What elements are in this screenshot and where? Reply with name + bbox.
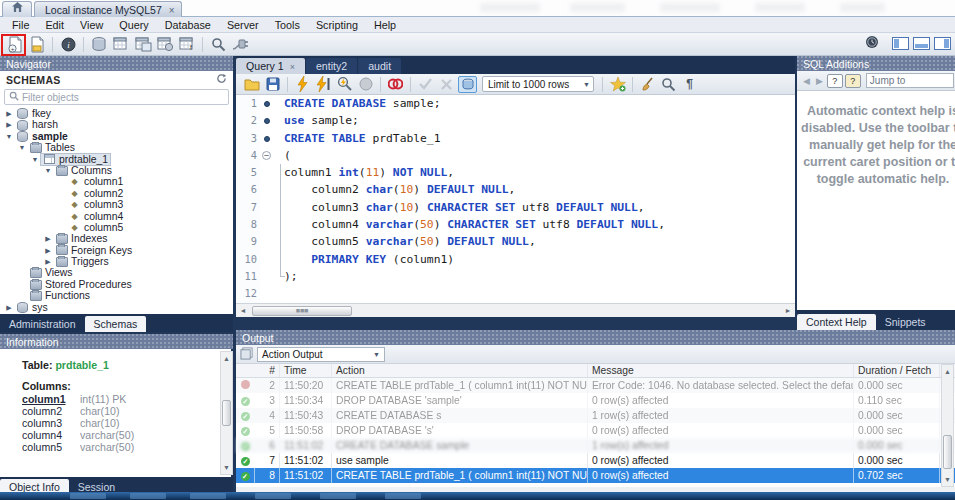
create-table-icon[interactable] (111, 35, 131, 53)
output-scrollbar[interactable]: ▲▼ (941, 364, 954, 487)
find-panel-icon[interactable] (659, 76, 678, 93)
create-view-icon[interactable] (133, 35, 153, 53)
windows-taskbar[interactable] (0, 492, 955, 500)
search-data-icon[interactable] (208, 35, 228, 53)
menu-view[interactable]: View (72, 18, 111, 32)
tree-item-triggers[interactable]: ▶Triggers (0, 256, 233, 267)
taskbar-app[interactable] (385, 493, 421, 499)
toggle-stop-on-error-icon[interactable] (386, 76, 405, 93)
commit-icon[interactable] (416, 76, 435, 93)
tree-item-foreign-keys[interactable]: ▶Foreign Keys (0, 245, 233, 256)
execute-icon[interactable] (293, 76, 312, 93)
sql-editor[interactable]: 1CREATE DATABASE sample;2use sample;3CRE… (236, 95, 795, 303)
new-snippet-icon[interactable] (608, 76, 627, 93)
refresh-schemas-icon[interactable] (216, 73, 227, 86)
tree-item-column5[interactable]: ◆column5 (0, 222, 233, 233)
tree-item-views[interactable]: Views (0, 267, 233, 278)
menu-query[interactable]: Query (111, 18, 156, 32)
output-row-6[interactable]: ✓611:51:02CREATE DATABASE sample1 row(s)… (236, 438, 955, 453)
tree-item-harsh[interactable]: ▶harsh (0, 119, 233, 130)
rollback-icon[interactable] (437, 76, 456, 93)
collapsed-arrow-icon[interactable]: ▶ (4, 119, 14, 130)
expanded-arrow-icon[interactable]: ▼ (30, 154, 40, 165)
sql-additions-tab-context-help[interactable]: Context Help (797, 314, 876, 330)
menu-tools[interactable]: Tools (267, 18, 308, 32)
tree-item-column2[interactable]: ◆column2 (0, 188, 233, 199)
forward-arrow-icon[interactable]: ▶ (816, 76, 823, 86)
navigator-tab-schemas[interactable]: Schemas (85, 316, 147, 332)
open-file-icon[interactable] (242, 76, 261, 93)
tree-item-columns[interactable]: ▼Columns (0, 165, 233, 176)
toggle-output-area-icon[interactable] (913, 37, 930, 50)
tree-item-column1[interactable]: ◆column1 (0, 176, 233, 187)
auto-context-help-icon[interactable]: ? (845, 74, 861, 88)
tree-item-column3[interactable]: ◆column3 (0, 199, 233, 210)
context-help-icon[interactable]: ? (827, 74, 843, 88)
collapsed-arrow-icon[interactable]: ▶ (4, 302, 14, 313)
output-row-3[interactable]: ✓311:50:34DROP DATABASE 'sample'0 row(s)… (236, 393, 955, 408)
menu-database[interactable]: Database (157, 18, 219, 32)
query-tab-audit[interactable]: audit (358, 58, 401, 74)
menu-help[interactable]: Help (366, 18, 404, 32)
fold-toggle-icon[interactable]: − (260, 147, 274, 164)
collapsed-arrow-icon[interactable]: ▶ (43, 245, 53, 256)
output-row-2[interactable]: 211:50:20CREATE TABLE prdTable_1 ( colum… (236, 378, 955, 393)
explain-icon[interactable] (335, 76, 354, 93)
sql-additions-tab-snippets[interactable]: Snippets (876, 314, 935, 330)
open-sql-script-icon[interactable] (27, 35, 47, 53)
tree-item-indexes[interactable]: ▶Indexes (0, 233, 233, 244)
output-row-8[interactable]: ✓811:51:02CREATE TABLE prdTable_1 ( colu… (236, 468, 955, 483)
expanded-arrow-icon[interactable]: ▼ (4, 131, 14, 142)
tree-item-sample[interactable]: ▼sample (0, 131, 233, 142)
close-tab-icon[interactable]: × (290, 62, 295, 72)
stop-query-icon[interactable] (356, 76, 375, 93)
tree-item-stored-procedures[interactable]: Stored Procedures (0, 279, 233, 290)
execute-current-icon[interactable] (314, 76, 333, 93)
editor-hscrollbar[interactable]: ◄■■■► (236, 303, 795, 317)
back-arrow-icon[interactable]: ◀ (803, 76, 810, 86)
save-script-icon[interactable] (263, 76, 282, 93)
information-scrollbar[interactable]: ▲▼ (220, 351, 233, 475)
query-tab-query-1[interactable]: Query 1× (236, 58, 305, 74)
tree-item-prdtable_1[interactable]: ▼prdtable_1 (0, 154, 233, 165)
create-function-icon[interactable]: f (177, 35, 197, 53)
taskbar-app[interactable] (255, 493, 291, 499)
expanded-arrow-icon[interactable]: ▼ (17, 142, 27, 153)
tree-item-tables[interactable]: ▼Tables (0, 142, 233, 153)
toggle-left-sidebar-icon[interactable] (892, 37, 909, 50)
tree-item-functions[interactable]: Functions (0, 290, 233, 301)
collapsed-arrow-icon[interactable]: ▶ (43, 256, 53, 267)
row-limit-dropdown[interactable]: Limit to 1000 rows▼ (482, 76, 594, 92)
home-tab[interactable] (2, 1, 32, 17)
collapsed-arrow-icon[interactable]: ▶ (43, 233, 53, 244)
taskbar-app[interactable] (190, 493, 226, 499)
output-row-4[interactable]: ✓411:50:43CREATE DATABASE s1 row(s) affe… (236, 408, 955, 423)
inspector-icon[interactable]: i (58, 35, 78, 53)
taskbar-app[interactable] (320, 493, 356, 499)
toggle-autocommit-icon[interactable] (458, 76, 477, 93)
taskbar-app[interactable] (70, 493, 106, 499)
taskbar-app[interactable] (130, 493, 166, 499)
menu-server[interactable]: Server (219, 18, 267, 32)
output-view-dropdown[interactable]: Action Output▼ (257, 347, 385, 362)
beautify-icon[interactable] (638, 76, 657, 93)
collapsed-arrow-icon[interactable]: ▶ (4, 108, 14, 119)
navigator-tab-administration[interactable]: Administration (0, 316, 85, 332)
toggle-invisibles-icon[interactable]: ¶ (680, 76, 699, 93)
jump-to-input[interactable] (866, 73, 954, 88)
create-procedure-icon[interactable] (155, 35, 175, 53)
connection-tab[interactable]: Local instance MySQL57× (34, 1, 182, 17)
tree-item-column4[interactable]: ◆column4 (0, 211, 233, 222)
expanded-arrow-icon[interactable]: ▼ (43, 165, 53, 176)
tree-item-fkey[interactable]: ▶fkey (0, 108, 233, 119)
menu-edit[interactable]: Edit (37, 18, 72, 32)
output-row-7[interactable]: ✓711:51:02use sample0 row(s) affected0.0… (236, 453, 955, 468)
reconnect-icon[interactable] (230, 35, 250, 53)
menu-file[interactable]: File (4, 18, 37, 32)
query-tab-entity2[interactable]: entity2 (306, 58, 357, 74)
tree-item-sys[interactable]: ▶sys (0, 302, 233, 313)
output-row-5[interactable]: ✓511:50:58DROP DATABASE 's'0 row(s) affe… (236, 423, 955, 438)
create-schema-icon[interactable] (89, 35, 109, 53)
close-tab-icon[interactable]: × (169, 5, 175, 16)
filter-objects-input[interactable] (22, 92, 212, 103)
